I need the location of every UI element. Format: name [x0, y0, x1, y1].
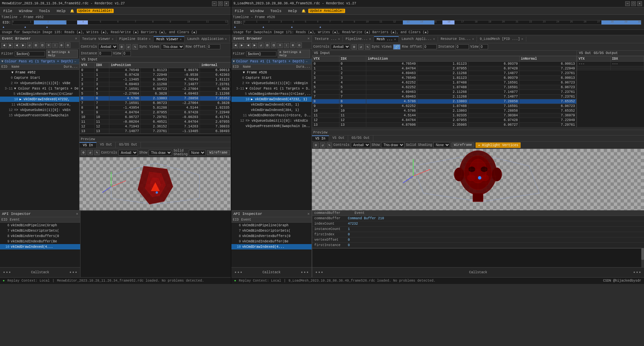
left-api-close[interactable]: ✕	[76, 212, 78, 216]
table-row[interactable]: 1111-0.002646.405214.847642.07955	[80, 120, 231, 124]
left-prev-edit[interactable]: ✎	[94, 150, 100, 155]
right-prev-areball[interactable]: Areball	[351, 142, 370, 148]
left-filter-input[interactable]	[15, 51, 45, 56]
left-preview-tab-vsout[interactable]: VS Out	[97, 142, 116, 148]
eb-btn-sort[interactable]: ↕	[52, 43, 58, 48]
menu-tools-left[interactable]: Tools	[37, 9, 52, 13]
table-row[interactable]: 994.847642.079556.974287.22949	[80, 110, 231, 115]
right-view-input[interactable]	[480, 44, 488, 49]
tab-launch-right[interactable]: Launch Appli... ✕	[399, 37, 438, 42]
rtree-row-12[interactable]: 12 => vkQueueSubmit(1)[0]: vkEndCo	[231, 118, 312, 123]
reb-btn-collapse[interactable]: ⊟	[271, 43, 276, 48]
right-instance-input[interactable]	[455, 44, 469, 49]
right-camera-btn[interactable]: ✎	[365, 44, 370, 50]
tab-texture-right[interactable]: Texture ... ✕	[312, 37, 343, 42]
reb-btn-refresh[interactable]: ↺	[258, 43, 264, 48]
table-row[interactable]	[577, 69, 644, 70]
tab-loadmesh-right-close[interactable]: ✕	[521, 37, 523, 41]
rapi-row-8[interactable]: 8 vkCmdBindVertexBuffers(0	[231, 233, 312, 239]
left-prev-areball[interactable]: Areball	[118, 150, 138, 156]
menu-file-right[interactable]: File	[233, 9, 246, 13]
table-row[interactable]: 334.694632.112687.148777.23761	[80, 82, 231, 87]
right-tree-table[interactable]: ▼ Frame #526 0 Capture Start 2 => vkQueu…	[231, 70, 312, 210]
rtree-row-5[interactable]: 5 vkCmdBeginRenderPass(C=Clear,...	[231, 91, 312, 97]
api-row-10[interactable]: 10 vkCmdDrawIndexed(4...	[0, 244, 80, 249]
right-api-scrollthumb[interactable]	[641, 248, 644, 260]
tab-launch-app-left[interactable]: Launch Application ✕	[184, 37, 229, 42]
table-row[interactable]: 12124.719432.361527.142637.30833	[80, 124, 231, 129]
tree-row-11[interactable]: 11 vkCmdEndRenderPass(C=Store,	[0, 102, 79, 107]
menu-file-left[interactable]: File	[1, 9, 14, 13]
right-sync-check[interactable]: 🔗	[393, 44, 400, 50]
tab-pipeline-right[interactable]: Pipeline... ✕	[343, 37, 374, 42]
left-timeline-track[interactable]: 0 1 2 3 4 5 6 7 8 9 10 11 12	[12, 20, 228, 25]
eb-btn-2[interactable]: ►	[8, 43, 13, 48]
table-row[interactable]: 664.694632.112687.148777.23761	[312, 90, 577, 95]
left-view-input[interactable]	[122, 51, 131, 56]
table-row[interactable]: 11114.51441.923357.303847.36979	[312, 113, 577, 118]
reb-btn-remove[interactable]: ⊖	[297, 43, 302, 48]
table-row[interactable]: 447.165916.96723-2.270646.3828	[80, 87, 231, 92]
maximize-btn[interactable]: □	[218, 1, 223, 6]
rtree-row-2[interactable]: 2 => vkQueueSubmit(1)[0]: vkBegin	[231, 80, 312, 86]
table-row[interactable]: 554.622521.874887.165916.96723	[312, 85, 577, 90]
minimize-btn[interactable]: ─	[212, 1, 217, 6]
table-row[interactable]: 444.622521.874887.165916.96723	[312, 80, 577, 85]
right-group-edit[interactable]: ✏	[306, 60, 308, 63]
left-reset-btn[interactable]: ↺	[126, 44, 131, 50]
right-timeline-track[interactable]: 0 1 2 3 4 5 6 7 8 9 10 11 12	[244, 20, 641, 25]
table-row[interactable]: 12124.847642.079556.974287.22949	[312, 118, 577, 123]
api-row-9[interactable]: 9 vkCmdBindIndexBuffer(Be	[0, 239, 80, 244]
table-row[interactable]: 994.622521.874887.165916.96723	[312, 104, 577, 109]
reb-btn-4[interactable]: ►	[252, 43, 257, 48]
rtree-row-draw384[interactable]: vkCmdDrawIndexed(384, 1)	[231, 107, 312, 113]
tree-row-15[interactable]: 15 vkQueuePresentKHR(Swapchain	[0, 113, 79, 118]
reb-btn-3[interactable]: ◄	[246, 43, 251, 48]
right-preview-tab-gsds[interactable]: GS/DS Out	[348, 135, 373, 141]
tab-texture-viewer-close[interactable]: ✕	[112, 37, 113, 41]
eb-btn-add[interactable]: ⊕	[59, 43, 64, 48]
tab-pipeline-state-left[interactable]: Pipeline State ✕	[116, 37, 153, 42]
left-sync-btn1[interactable]: ⚙	[119, 44, 124, 50]
tree-row-10[interactable]: 10 ▶ vkCmdDrawIndexed(47232,	[0, 97, 79, 102]
table-row[interactable]: 004.765491.811236.993796.90013	[80, 68, 231, 73]
right-group-header[interactable]: ▼ Colour Pass #1 (1 Targets + Depth) ✏	[231, 59, 312, 64]
right-api-dots-left[interactable]: •••	[315, 270, 323, 275]
right-close-btn[interactable]: ✕	[637, 1, 642, 6]
table-row[interactable]: 88-1.439545.812884.51441.92335	[80, 106, 231, 110]
right-gsds-tab[interactable]: GS/DS Output	[594, 51, 618, 55]
table-row[interactable]: 224.694632.112687.148777.23761	[312, 71, 577, 76]
tree-row-frame[interactable]: ▼ Frame #952	[0, 70, 79, 75]
table-row[interactable]: 10106.967277.29761-0.002036.41741	[80, 115, 231, 120]
tab-pipeline-close-left[interactable]: ✕	[149, 37, 150, 41]
right-highlight-btn[interactable]: ✦ Highlight Vertices	[476, 142, 521, 148]
left-wireframe-btn[interactable]: Wireframe	[207, 150, 230, 155]
table-row[interactable]: 774.694632.112687.148777.23761	[312, 95, 577, 99]
left-settings-btn[interactable]: ⚙ Settings & Help	[46, 50, 78, 58]
left-prev-reset[interactable]: ↺	[88, 150, 93, 155]
tree-row-3-11[interactable]: 3-11 ▼ Colour Pass #1 (1 Targets + De	[0, 86, 79, 91]
tab-launch-right-close[interactable]: ✕	[433, 37, 435, 41]
right-event-browser-close[interactable]: ✕	[307, 36, 310, 41]
rapi-row-10[interactable]: 10 vkCmdDrawIndexed(4...	[231, 244, 312, 249]
tab-texture-viewer-left[interactable]: Texture Viewer ✕	[79, 37, 116, 42]
table-row[interactable]: 116.974287.22949-0.95386.42363	[80, 73, 231, 77]
api-row-6[interactable]: 6 vkCmdBindPipeline(Graph	[0, 223, 80, 228]
tab-mesh-right-close[interactable]: ✕	[394, 38, 396, 41]
right-api-scrollbar[interactable]	[641, 248, 644, 267]
right-vs-input-area[interactable]: VTX IDX inPosition inNormal 004.765491.8…	[312, 56, 577, 127]
right-maximize-btn[interactable]: □	[631, 1, 636, 6]
rtree-row-draw435[interactable]: vkCmdDrawIndexed(435, 1)	[231, 102, 312, 107]
table-row[interactable]: 22-1.134856.384534.765491.81123	[80, 77, 231, 82]
right-dots-left[interactable]: •••	[234, 270, 243, 275]
left-group-edit[interactable]: ✏	[74, 60, 76, 63]
reb-btn-2[interactable]: ►	[239, 43, 245, 48]
left-preview-tab-vsin[interactable]: VS In	[79, 142, 97, 148]
rtree-row-10[interactable]: 10 ▶ vkCmdDrawIndexed(47232, 1)	[231, 97, 312, 102]
left-api-table[interactable]: 6 vkCmdBindPipeline(Graph 7 vkCmdBindDes…	[0, 223, 80, 267]
table-row[interactable]: 55-2.270646.38284.694632.11268	[80, 92, 231, 96]
eb-btn-expand[interactable]: ⊞	[33, 43, 39, 48]
tab-resource-right-close[interactable]: ✕	[472, 37, 474, 41]
right-preview-tab-vsout[interactable]: VS Out	[329, 135, 348, 141]
reb-btn-list[interactable]: ≡	[277, 43, 283, 48]
